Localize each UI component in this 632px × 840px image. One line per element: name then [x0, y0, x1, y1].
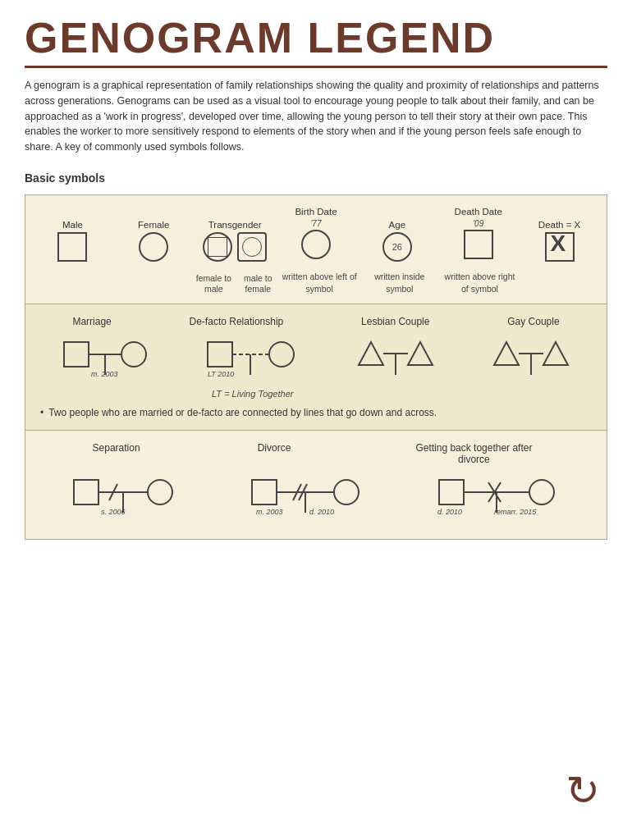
male-sublabel: [34, 270, 111, 295]
svg-marker-10: [359, 342, 383, 365]
female-sublabel: [114, 270, 191, 295]
svg-point-36: [529, 480, 554, 504]
gay-diagram: [490, 334, 572, 383]
rotate-button[interactable]: ↺: [558, 766, 607, 815]
divorce-diagram: m. 2003 d. 2010: [248, 472, 363, 527]
svg-text:m. 2003: m. 2003: [91, 370, 118, 378]
marriage-col: Marriage: [72, 316, 111, 327]
male-col: Male: [34, 220, 112, 262]
defacto-svg: LT 2010: [204, 334, 302, 387]
svg-rect-5: [208, 342, 232, 367]
svg-marker-14: [494, 342, 519, 365]
defacto-col: De-facto Relationship: [190, 316, 284, 327]
svg-rect-24: [252, 480, 277, 504]
sep-labels-row: Separation Divorce Getting back together…: [34, 442, 598, 465]
death-x-sublabel: [521, 270, 598, 295]
rel-labels-row: Marriage De-facto Relationship Lesbian C…: [34, 316, 598, 327]
marriage-diagram: m. 2003: [60, 334, 150, 383]
female-symbol: [139, 232, 168, 262]
svg-point-28: [334, 480, 359, 504]
page: GENOGRAM LEGEND A genogram is a graphica…: [0, 0, 632, 556]
remar-diagram: d. 2010 remarr. 2015: [435, 472, 562, 527]
death-x-symbol: [545, 232, 575, 262]
svg-text:m. 2003: m. 2003: [256, 508, 283, 516]
birth-date-label: Birth Date: [295, 207, 337, 217]
svg-text:LT 2010: LT 2010: [208, 370, 234, 378]
male-symbol: [57, 232, 87, 262]
sep-diagrams-row: s. 2006 m. 2003 d. 2010: [34, 472, 598, 527]
svg-text:d. 2010: d. 2010: [437, 508, 462, 516]
svg-text:remarr. 2015: remarr. 2015: [494, 508, 537, 516]
death-date-label: Death Date: [455, 207, 502, 217]
svg-point-7: [269, 342, 294, 367]
section-basic-title: Basic symbols: [25, 171, 607, 185]
remar-svg: d. 2010 remarr. 2015: [435, 472, 562, 525]
separation-svg: s. 2006: [70, 472, 176, 525]
remar-label: Getting back together after divorce: [408, 442, 539, 465]
rotate-icon: ↺: [566, 767, 600, 815]
written-above-right-label: written above right of symbol: [445, 272, 515, 294]
written-inside-label: written inside symbol: [374, 272, 424, 294]
svg-rect-0: [64, 342, 89, 367]
defacto-diagram: LT 2010 LT = Living Together: [204, 334, 302, 399]
birth-date-col: Birth Date '77: [277, 207, 355, 262]
lesbian-svg: [355, 334, 437, 383]
age-symbol: 26: [382, 232, 412, 262]
trans-m-to-f-label: male to female: [238, 273, 277, 295]
description-text: A genogram is a graphical representation…: [25, 78, 607, 155]
defacto-label: De-facto Relationship: [190, 316, 284, 327]
trans-sublabels: female to male male to female: [194, 270, 277, 295]
sep-label-col: Separation: [93, 442, 140, 454]
death-x-label: Death = X: [538, 220, 580, 230]
transgender-col: Transgender: [196, 220, 274, 262]
lesbian-diagram: [355, 334, 437, 383]
svg-point-21: [148, 480, 172, 504]
death-x-col: Death = X: [520, 220, 598, 262]
gay-label: Gay Couple: [507, 316, 559, 327]
basic-symbols-section: Male Female Transgender Birth Date: [25, 195, 607, 304]
lesbian-col: Lesbian Couple: [361, 316, 429, 327]
male-label: Male: [62, 220, 83, 230]
legend-box: Male Female Transgender Birth Date: [25, 194, 607, 540]
female-col: Female: [115, 220, 193, 262]
female-label: Female: [138, 220, 169, 230]
gay-svg: [490, 334, 572, 383]
trans-m-to-f-symbol: [237, 232, 267, 262]
marriage-svg: m. 2003: [60, 334, 150, 383]
death-date-sublabel: written above right of symbol: [442, 270, 519, 295]
age-col: Age 26: [358, 220, 436, 262]
death-date-value: '09: [464, 219, 493, 228]
divorce-label: Divorce: [258, 442, 291, 454]
separation-diagram: s. 2006: [70, 472, 176, 527]
relationships-section: Marriage De-facto Relationship Lesbian C…: [25, 304, 607, 430]
written-above-left-label: written above left of symbol: [282, 272, 357, 294]
svg-text:d. 2010: d. 2010: [309, 508, 334, 516]
rel-diagrams-row: m. 2003 LT 2010 LT = Living Together: [34, 334, 598, 399]
svg-marker-16: [543, 342, 568, 365]
bullet-dot: •: [40, 407, 44, 418]
divorce-svg: m. 2003 d. 2010: [248, 472, 363, 525]
trans-f-to-m-symbol: [203, 232, 232, 262]
age-sublabel: written inside symbol: [361, 270, 438, 295]
svg-point-2: [121, 342, 146, 367]
death-date-symbol: [464, 230, 493, 259]
birth-sublabel: written above left of symbol: [281, 270, 358, 295]
trans-f-to-m-label: female to male: [194, 273, 233, 295]
title-divider: [25, 66, 607, 68]
lesbian-label: Lesbian Couple: [361, 316, 429, 327]
age-label: Age: [389, 220, 405, 230]
svg-text:s. 2006: s. 2006: [101, 508, 126, 516]
death-date-col: Death Date '09: [439, 207, 517, 262]
svg-marker-12: [408, 342, 433, 365]
bullet-text: Two people who are married or de-facto a…: [48, 407, 437, 418]
gay-col: Gay Couple: [507, 316, 559, 327]
divorce-label-col: Divorce: [258, 442, 291, 454]
svg-rect-18: [74, 480, 98, 504]
marriage-label: Marriage: [72, 316, 111, 327]
lt-note: LT = Living Together: [212, 389, 293, 399]
svg-rect-32: [439, 480, 464, 504]
sep-label: Separation: [93, 442, 140, 454]
transgender-label: Transgender: [208, 220, 262, 230]
remar-label-col: Getting back together after divorce: [408, 442, 539, 465]
sub-labels-row: female to male male to female written ab…: [34, 270, 598, 295]
